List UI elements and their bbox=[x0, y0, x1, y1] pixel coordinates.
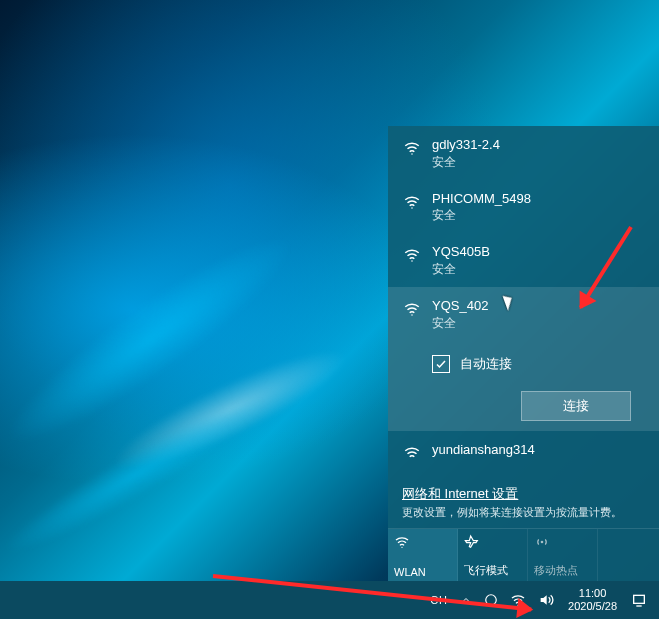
svg-point-9 bbox=[541, 541, 544, 544]
auto-connect-checkbox[interactable] bbox=[432, 355, 450, 373]
selected-controls: 自动连接 连接 bbox=[402, 341, 645, 431]
tray-clock[interactable]: 11:00 2020/5/28 bbox=[560, 581, 625, 619]
clock-time: 11:00 bbox=[579, 587, 607, 600]
network-name: gdly331-2.4 bbox=[432, 136, 500, 154]
wifi-icon bbox=[402, 138, 422, 158]
wifi-icon bbox=[402, 299, 422, 319]
network-security: 安全 bbox=[432, 207, 531, 223]
network-settings: 网络和 Internet 设置 更改设置，例如将某连接设置为按流量计费。 bbox=[388, 479, 659, 528]
svg-rect-13 bbox=[634, 595, 645, 603]
network-item[interactable]: gdly331-2.4 安全 bbox=[388, 126, 659, 180]
wifi-icon bbox=[402, 192, 422, 212]
svg-point-8 bbox=[401, 547, 402, 548]
tile-label: 移动热点 bbox=[534, 563, 591, 578]
clock-date: 2020/5/28 bbox=[568, 600, 617, 613]
svg-point-0 bbox=[411, 153, 413, 155]
network-security: 安全 bbox=[432, 315, 488, 331]
network-settings-link[interactable]: 网络和 Internet 设置 bbox=[402, 485, 645, 503]
network-text: YQS405B 安全 bbox=[432, 243, 490, 277]
network-text: gdly331-2.4 安全 bbox=[432, 136, 500, 170]
network-text: PHICOMM_5498 安全 bbox=[432, 190, 531, 224]
network-name: YQS405B bbox=[432, 243, 490, 261]
network-name: PHICOMM_5498 bbox=[432, 190, 531, 208]
network-text: YQS_402 安全 bbox=[432, 297, 488, 331]
wifi-icon bbox=[394, 533, 451, 551]
connect-button-label: 连接 bbox=[563, 397, 589, 415]
network-text: yundianshang314 安全 bbox=[432, 441, 535, 458]
svg-marker-12 bbox=[541, 595, 547, 604]
wifi-icon bbox=[402, 245, 422, 265]
quick-tiles: WLAN 飞行模式 移动热点 bbox=[388, 528, 659, 581]
tray-app-icon[interactable] bbox=[478, 581, 504, 619]
tile-wlan[interactable]: WLAN bbox=[388, 529, 458, 582]
tile-label: 飞行模式 bbox=[464, 563, 521, 578]
hotspot-icon bbox=[534, 533, 591, 551]
network-item-selected[interactable]: YQS_402 安全 自动连接 连接 bbox=[388, 287, 659, 431]
connect-button[interactable]: 连接 bbox=[521, 391, 631, 421]
wifi-icon bbox=[402, 443, 422, 458]
tile-label: WLAN bbox=[394, 566, 451, 578]
desktop: gdly331-2.4 安全 PHICOMM_5498 安全 YQS40 bbox=[0, 0, 659, 619]
network-item[interactable]: PHICOMM_5498 安全 bbox=[388, 180, 659, 234]
tray-volume-icon[interactable] bbox=[532, 581, 560, 619]
tile-hotspot[interactable]: 移动热点 bbox=[528, 529, 598, 582]
svg-point-2 bbox=[411, 261, 413, 263]
auto-connect-row[interactable]: 自动连接 bbox=[432, 355, 631, 373]
tray-notifications-icon[interactable] bbox=[625, 581, 653, 619]
tile-airplane[interactable]: 飞行模式 bbox=[458, 529, 528, 582]
network-settings-desc: 更改设置，例如将某连接设置为按流量计费。 bbox=[402, 505, 645, 520]
network-name: YQS_402 bbox=[432, 297, 488, 315]
network-security: 安全 bbox=[432, 261, 490, 277]
network-item[interactable]: yundianshang314 安全 bbox=[388, 431, 659, 458]
airplane-icon bbox=[464, 533, 521, 551]
svg-point-3 bbox=[411, 314, 413, 316]
network-security: 安全 bbox=[432, 154, 500, 170]
network-name: yundianshang314 bbox=[432, 441, 535, 458]
svg-point-1 bbox=[411, 207, 413, 209]
show-desktop-button[interactable] bbox=[653, 581, 659, 619]
network-list: gdly331-2.4 安全 PHICOMM_5498 安全 YQS40 bbox=[388, 126, 659, 458]
auto-connect-label: 自动连接 bbox=[460, 355, 512, 373]
wifi-flyout: gdly331-2.4 安全 PHICOMM_5498 安全 YQS40 bbox=[388, 126, 659, 581]
